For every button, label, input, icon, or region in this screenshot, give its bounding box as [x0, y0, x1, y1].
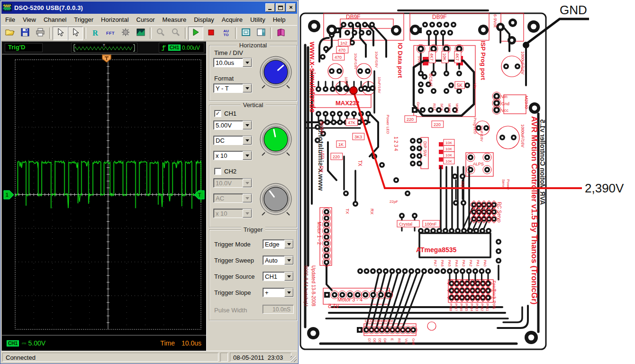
- horizontal-knob[interactable]: [258, 54, 294, 92]
- help-button[interactable]: [273, 27, 289, 40]
- trigger-row-label: Trigger Source: [214, 273, 255, 280]
- save-icon: [20, 27, 30, 39]
- svg-text:Pot8: Pot8: [449, 303, 453, 311]
- trigger-mode-select[interactable]: Edge: [263, 239, 294, 249]
- svg-text:DB9F: DB9F: [346, 14, 361, 20]
- oscilloscope-window: DSO-5200 USB(7.0.0.3) ✕ FileViewChannelT…: [0, 0, 299, 364]
- channel-badge: CH1: [168, 45, 181, 51]
- menu-item-horizontal[interactable]: Horizontal: [97, 15, 133, 24]
- time-div-label: Time / DIV: [214, 49, 243, 56]
- svg-text:10K: 10K: [445, 141, 453, 145]
- svg-text:10K: 10K: [442, 53, 447, 61]
- svg-text:100nF: 100nF: [425, 222, 437, 227]
- start-icon: [191, 27, 200, 39]
- menu-item-channel[interactable]: Channel: [40, 15, 70, 24]
- print-button[interactable]: [33, 27, 48, 40]
- close-button[interactable]: ✕: [286, 3, 296, 12]
- ch1-probe-select[interactable]: x 10: [213, 151, 252, 160]
- ch2-label: CH2: [224, 168, 236, 175]
- timebase-readout: Time10.0us: [160, 339, 201, 347]
- svg-text:1: 1: [6, 192, 9, 198]
- menu-item-trigger[interactable]: Trigger: [70, 15, 97, 24]
- ch2-checkbox[interactable]: [214, 168, 221, 175]
- pulse-width-label: Pulse Width: [214, 307, 247, 314]
- minimize-button[interactable]: [265, 3, 275, 12]
- waveform-preview[interactable]: T: [71, 43, 137, 53]
- svg-text:1 2 3 4: 1 2 3 4: [393, 136, 399, 151]
- svg-text:PA7: PA7: [433, 260, 437, 267]
- svg-text:1000uF/16V: 1000uF/16V: [520, 124, 525, 147]
- pointer-button[interactable]: [53, 27, 68, 40]
- window-title: DSO-5200 USB(7.0.0.3): [14, 4, 264, 11]
- display-button[interactable]: [133, 27, 148, 40]
- pointer-alt-button[interactable]: [68, 27, 83, 40]
- gnd-annotation: GND: [560, 3, 587, 17]
- svg-text:Gnd: Gnd: [412, 338, 415, 345]
- maximize-button[interactable]: [276, 3, 285, 12]
- ch1-position-knob[interactable]: [258, 121, 294, 159]
- ch2-position-knob[interactable]: [258, 181, 294, 219]
- scope-view-button[interactable]: [238, 27, 254, 40]
- dropdown-arrow-icon: [284, 272, 293, 281]
- open-button[interactable]: [2, 27, 18, 40]
- ch2-probe-select: x 10: [213, 209, 252, 218]
- toolbar-separator: [150, 27, 152, 39]
- title-bar[interactable]: DSO-5200 USB(7.0.0.3) ✕: [1, 1, 297, 14]
- svg-text:Pot6: Pot6: [459, 303, 463, 311]
- ch1-volts-select[interactable]: 5.00V: [213, 120, 252, 130]
- status-bar: Connected 08-05-2011 23:03: [1, 351, 297, 363]
- toolbar-separator: [270, 27, 272, 39]
- ch1-checkbox[interactable]: ✓: [214, 110, 221, 117]
- settings-button[interactable]: [118, 27, 133, 40]
- stop-button[interactable]: [203, 27, 218, 40]
- menu-item-display[interactable]: Display: [190, 15, 218, 24]
- svg-text:Updated 13-8-2008: Updated 13-8-2008: [303, 265, 308, 307]
- open-icon: [5, 27, 15, 39]
- svg-text:RX: RX: [370, 209, 374, 215]
- auto-button[interactable]: AUTO: [218, 27, 234, 40]
- ch1-coupling-select[interactable]: DC: [213, 136, 252, 145]
- zoom-out-icon: [171, 27, 181, 39]
- menu-item-cursor[interactable]: Cursor: [133, 15, 159, 24]
- trigger-level-value: 0.00uV: [182, 45, 200, 51]
- menu-item-measure[interactable]: Measure: [159, 15, 190, 24]
- dropdown-arrow-icon: [284, 240, 293, 248]
- scope-view-icon: [241, 27, 251, 39]
- start-button[interactable]: [188, 27, 203, 40]
- svg-text:D7: D7: [368, 338, 371, 343]
- panel-view-button[interactable]: [254, 27, 269, 40]
- pulse-width-field: 10.0nS: [263, 305, 294, 314]
- trigger-slope-select[interactable]: +: [263, 288, 294, 297]
- svg-text:LED: LED: [320, 151, 325, 159]
- svg-text:1n2: 1n2: [340, 41, 347, 46]
- horizontal-group-title: Horizontal: [237, 42, 270, 49]
- svg-text:RST: RST: [432, 103, 436, 111]
- resize-grip[interactable]: [290, 356, 297, 362]
- toolbar-separator: [49, 27, 51, 39]
- svg-text:PA5: PA5: [447, 260, 452, 267]
- trigger-sweep-select[interactable]: Auto: [263, 255, 294, 265]
- menu-item-help[interactable]: Help: [269, 15, 290, 24]
- svg-text:470: 470: [338, 48, 345, 53]
- svg-text:Pot7: Pot7: [454, 303, 458, 311]
- channel-r-button[interactable]: R: [88, 27, 103, 40]
- dropdown-arrow-icon: [243, 151, 252, 160]
- trigger-source-select[interactable]: CH1: [263, 272, 294, 281]
- svg-text:6-9Volt: 6-9Volt: [493, 14, 498, 28]
- gnd-dot: [523, 42, 529, 48]
- ch1-row: ✓CH1: [214, 110, 236, 117]
- svg-text:Vcc: Vcc: [405, 338, 408, 344]
- menu-item-view[interactable]: View: [19, 15, 40, 24]
- menu-item-acquire[interactable]: Acquire: [218, 15, 246, 24]
- svg-text:Power LED: Power LED: [386, 115, 390, 134]
- dropdown-arrow-icon: [284, 288, 293, 297]
- save-button[interactable]: [18, 27, 33, 40]
- svg-text:MOSI: MOSI: [455, 103, 459, 113]
- svg-text:D5: D5: [378, 338, 381, 343]
- menu-item-utility[interactable]: Utility: [246, 15, 269, 24]
- ch2-coupling-select: AC: [213, 193, 252, 203]
- time-div-select[interactable]: 10.0us: [213, 58, 252, 67]
- menu-item-file[interactable]: File: [1, 15, 19, 24]
- format-select[interactable]: Y - T: [213, 83, 252, 93]
- fft-button[interactable]: FFT: [103, 27, 118, 40]
